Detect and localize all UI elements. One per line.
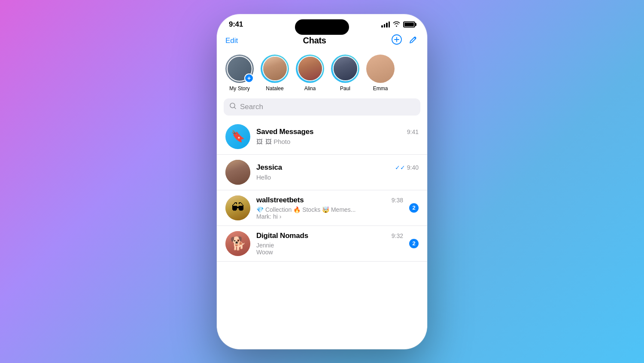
dn-avatar: 🐕 (225, 231, 250, 256)
story-ring-alina (296, 55, 324, 83)
stories-row: + My Story Natalee Alina (217, 53, 427, 98)
unread-badge-wsb: 2 (409, 203, 419, 213)
phone-frame: 9:41 Edit Chats (217, 14, 427, 349)
story-avatar-paul (333, 56, 358, 81)
wifi-icon (393, 21, 400, 28)
chat-preview-jessica: Hello (256, 174, 419, 181)
wsb-avatar: 🕶 (225, 195, 250, 220)
chat-item-saved[interactable]: 🔖 Saved Messages 9:41 🖼 🖼 Photo (217, 119, 427, 155)
add-story-button[interactable] (391, 34, 402, 48)
dynamic-island (295, 19, 349, 35)
chat-content-jessica: Jessica ✓✓ 9:40 Hello (256, 163, 419, 181)
story-ring-natalee (261, 55, 289, 83)
battery-icon (403, 21, 415, 27)
story-item-emma[interactable]: Emma (366, 55, 395, 92)
story-name-my-story: My Story (229, 85, 249, 92)
edit-button[interactable]: Edit (225, 37, 238, 45)
chat-item-jessica[interactable]: Jessica ✓✓ 9:40 Hello (217, 155, 427, 190)
unread-badge-dn: 2 (409, 239, 419, 248)
chat-name-wsb: wallstreetbets (256, 196, 304, 204)
search-icon (230, 103, 237, 111)
story-avatar-natalee (262, 56, 288, 81)
chat-preview-wsb: 💎 Collection 🔥 Stocks 🤯 Memes... Mark: h… (256, 206, 403, 220)
search-placeholder: Search (240, 103, 263, 111)
chat-item-dn[interactable]: 🐕 Digital Nomads 9:32 Jennie Woow 2 (217, 226, 427, 262)
story-ring-paul (331, 55, 359, 83)
chat-content-dn: Digital Nomads 9:32 Jennie Woow (256, 232, 403, 256)
chat-time-saved: 9:41 (407, 128, 419, 135)
status-icons (381, 21, 415, 28)
photo-emoji: 🖼 (256, 138, 263, 145)
status-bar: 9:41 (217, 14, 427, 32)
wsb-preview-line1: 💎 Collection 🔥 Stocks 🤯 Memes... (256, 206, 356, 213)
header-actions (391, 34, 419, 48)
chat-time-jessica: 9:40 (407, 164, 419, 171)
chat-item-wsb[interactable]: 🕶 wallstreetbets 9:38 💎 Collection 🔥 Sto… (217, 190, 427, 226)
chat-list: 🔖 Saved Messages 9:41 🖼 🖼 Photo Jes (217, 119, 427, 262)
story-item-alina[interactable]: Alina (296, 55, 324, 92)
add-story-badge: + (244, 73, 254, 83)
chat-name-saved: Saved Messages (256, 128, 313, 136)
read-receipt-icon: ✓✓ (395, 164, 405, 171)
bookmark-icon: 🔖 (231, 130, 245, 143)
wsb-preview-line2: Mark: hi › (256, 213, 403, 220)
dn-preview-line2: Woow (256, 249, 403, 256)
story-item-paul[interactable]: Paul (331, 55, 359, 92)
chat-preview-dn: Jennie Woow (256, 242, 403, 256)
chat-preview-saved: 🖼 🖼 Photo (256, 138, 419, 145)
jessica-avatar (225, 160, 250, 185)
page-title: Chats (303, 36, 326, 46)
story-name-natalee: Natalee (266, 85, 283, 92)
story-avatar-alina (298, 56, 323, 81)
app-header: Edit Chats (217, 32, 427, 53)
chat-time-dn: 9:32 (392, 232, 403, 239)
story-item-natalee[interactable]: Natalee (261, 55, 289, 92)
search-bar[interactable]: Search (224, 98, 420, 116)
story-name-alina: Alina (304, 85, 316, 92)
story-name-paul: Paul (340, 85, 350, 92)
saved-messages-avatar: 🔖 (225, 124, 250, 149)
signal-icon (381, 21, 390, 27)
chat-name-dn: Digital Nomads (256, 232, 308, 240)
story-item-my-story[interactable]: + My Story (225, 55, 254, 92)
compose-button[interactable] (408, 34, 419, 47)
story-avatar-emma (366, 55, 395, 83)
dn-preview-line1: Jennie (256, 242, 274, 249)
chat-name-jessica: Jessica (256, 163, 282, 172)
chat-time-wsb: 9:38 (392, 197, 403, 204)
story-name-emma: Emma (373, 85, 388, 92)
chat-content-wsb: wallstreetbets 9:38 💎 Collection 🔥 Stock… (256, 196, 403, 220)
status-time: 9:41 (229, 20, 243, 29)
chat-content-saved: Saved Messages 9:41 🖼 🖼 Photo (256, 128, 419, 145)
